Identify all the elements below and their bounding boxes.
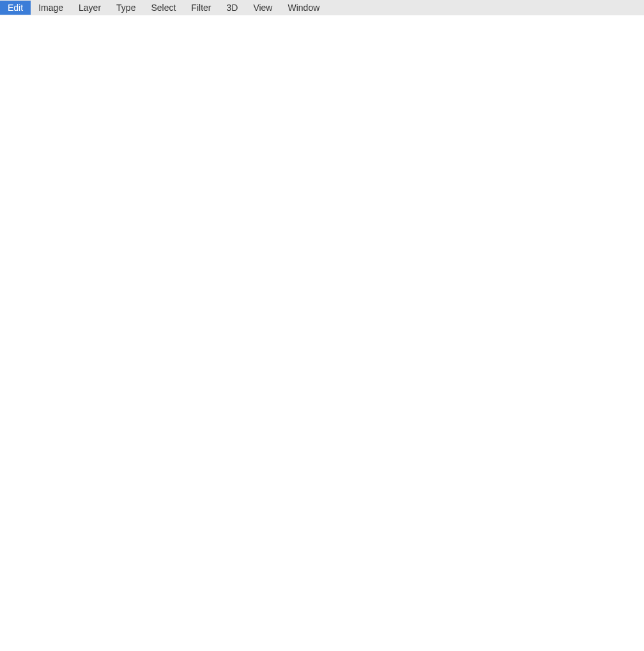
menu-filter[interactable]: Filter: [183, 1, 218, 15]
menu-layer[interactable]: Layer: [71, 1, 109, 15]
menu-edit[interactable]: Edit: [0, 1, 31, 15]
menu-3d[interactable]: 3D: [218, 1, 245, 15]
menubar: EditImageLayerTypeSelectFilter3DViewWind…: [0, 0, 644, 15]
menu-type[interactable]: Type: [109, 1, 143, 15]
menu-window[interactable]: Window: [280, 1, 327, 15]
menu-image[interactable]: Image: [31, 1, 71, 15]
menu-view[interactable]: View: [245, 1, 280, 15]
menu-select[interactable]: Select: [143, 1, 183, 15]
